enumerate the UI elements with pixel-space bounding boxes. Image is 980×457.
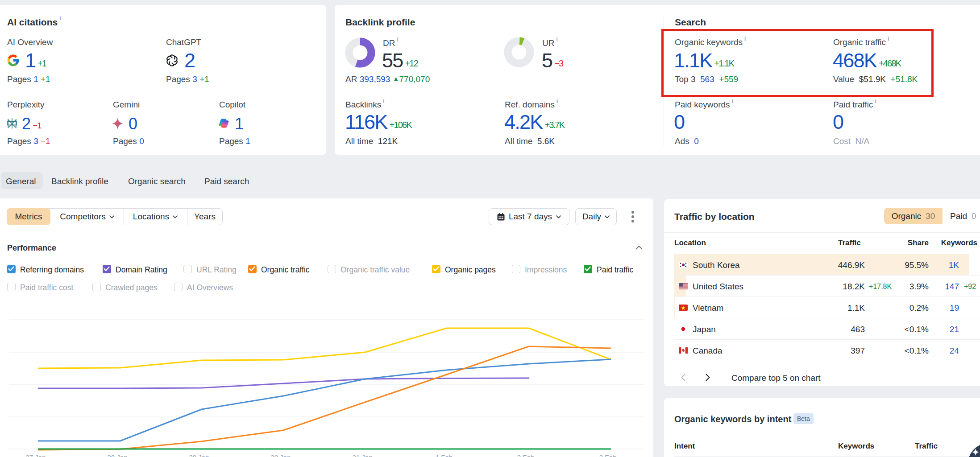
- svg-text:30 Jan: 30 Jan: [270, 453, 291, 457]
- svg-text:2 Feb: 2 Feb: [517, 453, 534, 457]
- svg-text:27 Jan: 27 Jan: [25, 453, 46, 457]
- svg-text:3 Feb: 3 Feb: [599, 453, 616, 457]
- svg-text:31 Jan: 31 Jan: [352, 453, 372, 457]
- svg-text:29 Jan: 29 Jan: [189, 453, 209, 457]
- svg-text:1 Feb: 1 Feb: [436, 453, 453, 457]
- svg-text:28 Jan: 28 Jan: [107, 453, 127, 457]
